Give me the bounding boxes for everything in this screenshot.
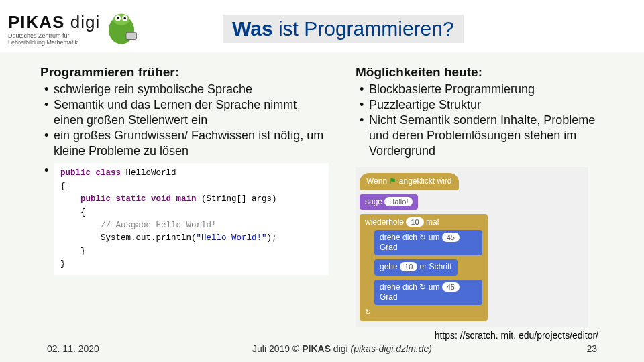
column-left: Programmieren früher: schwierige rein sy… [40,64,329,342]
loop-arrow-icon: ↻ [365,308,371,316]
list-item: Semantik und das Lernen der Sprache nimm… [44,97,329,128]
footer: 02. 11. 2020 Juli 2019 © PIKAS digi (pik… [0,343,644,354]
list-item: Nicht Semantik sondern Inhalte, Probleme… [360,113,604,159]
column-right: Möglichkeiten heute: Blockbasierte Progr… [356,64,604,342]
footer-date: 02. 11. 2020 [47,343,114,354]
scratch-hat-block: Wenn ⚑ angeklickt wird [360,173,459,190]
svg-point-4 [117,17,119,19]
footer-page: 23 [570,343,597,354]
footer-copyright: Juli 2019 © PIKAS digi (pikas-digi.dzlm.… [114,343,570,354]
scratch-loop-block: wiederhole 10 mal drehe dich ↻ um 45 Gra… [360,214,488,321]
list-item: ein großes Grundwissen/ Fachwissen ist n… [44,128,329,159]
scratch-blocks: Wenn ⚑ angeklickt wird sage Hallo! wiede… [356,167,588,326]
logo-title: PIKAS digi [8,12,100,33]
flag-icon: ⚑ [389,176,396,186]
list-item: Puzzleartige Struktur [360,97,604,113]
list-item: Blockbasierte Programmierung [360,82,604,97]
right-heading: Möglichkeiten heute: [356,64,604,80]
content: Programmieren früher: schwierige rein sy… [0,52,644,342]
svg-point-5 [124,17,126,19]
header: PIKAS digi Deutsches Zentrum fürLehrerbi… [0,0,644,52]
scratch-motion-block: drehe dich ↻ um 45 Grad [374,230,482,256]
logo: PIKAS digi Deutsches Zentrum fürLehrerbi… [8,11,203,46]
mascot-icon [104,11,139,46]
java-code: public class HelloWorld { public static … [54,163,329,275]
source-link: https: //scratch. mit. edu/projects/edit… [356,330,604,342]
left-heading: Programmieren früher: [40,64,329,80]
scratch-motion-block: drehe dich ↻ um 45 Grad [374,280,482,306]
scratch-say-block: sage Hallo! [360,194,418,210]
logo-subtitle: Deutsches Zentrum fürLehrerbildung Mathe… [8,33,100,46]
slide-title: Was ist Programmieren? [223,15,464,43]
scratch-motion-block: gehe 10 er Schritt [374,259,458,275]
list-item: public class HelloWorld { public static … [44,163,329,275]
svg-rect-6 [126,32,137,39]
list-item: schwierige rein symbolische Sprache [44,82,329,97]
